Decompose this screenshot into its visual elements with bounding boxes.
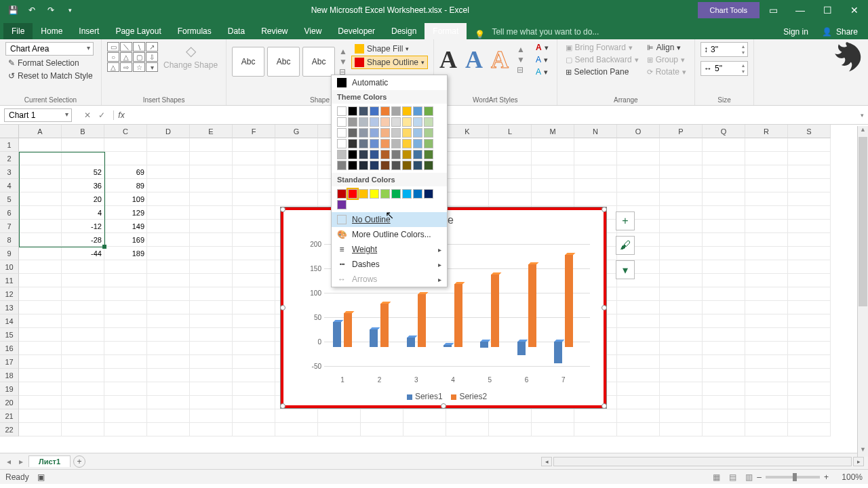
cell[interactable] [190,152,233,165]
cell[interactable] [446,152,489,165]
cell[interactable] [62,396,104,409]
cell[interactable] [446,423,489,436]
cell[interactable] [19,179,62,192]
tab-developer[interactable]: Developer [330,23,383,39]
cell[interactable] [147,138,190,152]
color-swatch[interactable] [348,189,357,199]
cell[interactable] [104,301,147,314]
wa-more-icon[interactable]: ⊟ [517,65,525,75]
cell[interactable] [19,342,62,355]
cell[interactable] [147,314,190,328]
cell[interactable] [489,152,532,165]
cell[interactable] [574,409,617,423]
cell[interactable]: -28 [62,233,104,247]
cell[interactable] [62,138,104,152]
cell[interactable] [147,396,190,409]
row-header[interactable]: 14 [0,314,19,328]
wordart-preset-3[interactable]: A [491,45,509,74]
cell[interactable] [233,409,275,423]
cell[interactable] [19,301,62,314]
sign-in-link[interactable]: Sign in [776,24,815,39]
col-header[interactable]: R [745,125,788,138]
color-swatch[interactable] [337,200,347,209]
cell[interactable] [147,328,190,342]
cell[interactable] [104,152,147,165]
cell[interactable] [788,233,831,247]
cell[interactable] [703,396,745,409]
cell[interactable] [532,152,574,165]
text-fill-button[interactable]: A▾ [533,42,551,53]
cell[interactable] [532,409,574,423]
cell[interactable] [745,138,788,152]
cell[interactable] [703,355,745,369]
cell[interactable] [233,206,275,220]
cell[interactable] [233,369,275,382]
tab-format[interactable]: Format [425,23,467,39]
shape-star-icon[interactable]: ☆ [133,62,145,72]
outline-weight[interactable]: ≡Weight [332,242,447,257]
cell[interactable] [62,152,104,165]
cell[interactable] [532,138,574,152]
cell[interactable] [403,423,446,436]
cell[interactable] [745,220,788,233]
cell[interactable] [62,409,104,423]
row-header[interactable]: 1 [0,138,19,152]
cell[interactable] [788,165,831,179]
formula-input[interactable] [129,109,856,121]
cell[interactable] [788,287,831,301]
cell[interactable] [703,342,745,355]
tab-data[interactable]: Data [220,23,253,39]
cell[interactable] [19,314,62,328]
color-swatch[interactable] [337,139,347,148]
cell[interactable] [233,274,275,287]
row-header[interactable]: 7 [0,220,19,233]
zoom-level[interactable]: 100% [835,472,863,482]
col-header[interactable]: N [574,125,617,138]
cell[interactable] [233,220,275,233]
cell[interactable] [233,233,275,247]
col-header[interactable]: L [489,125,532,138]
cell[interactable] [660,179,703,192]
gallery-down-icon[interactable]: ▼ [339,57,347,66]
cell[interactable] [788,328,831,342]
cell[interactable] [62,342,104,355]
cell[interactable] [19,260,62,274]
redo-icon[interactable]: ↷ [45,5,57,15]
color-swatch[interactable] [391,106,401,116]
color-swatch[interactable] [402,150,412,159]
cell[interactable] [147,192,190,206]
color-swatch[interactable] [402,161,412,170]
tab-view[interactable]: View [296,23,330,39]
cell[interactable] [190,138,233,152]
enter-formula-icon[interactable]: ✓ [96,110,108,120]
color-swatch[interactable] [424,189,433,199]
cell[interactable] [745,342,788,355]
cell[interactable] [104,314,147,328]
cell[interactable] [446,165,489,179]
cell[interactable] [19,274,62,287]
chart-styles-button[interactable]: 🖌 [616,236,635,255]
cell[interactable] [703,287,745,301]
cell[interactable] [62,423,104,436]
cell[interactable]: 109 [104,192,147,206]
cell[interactable] [62,287,104,301]
cell[interactable] [147,287,190,301]
name-box[interactable]: Chart 1 [4,108,72,122]
col-header[interactable]: F [233,125,275,138]
cell[interactable] [617,369,660,382]
color-swatch[interactable] [348,139,357,148]
wa-up-icon[interactable]: ▲ [517,45,525,54]
shape-style-1[interactable]: Abc [232,47,264,77]
chart-legend[interactable]: Series1 Series2 [283,392,604,401]
tab-formulas[interactable]: Formulas [170,23,220,39]
shape-oval-icon[interactable]: ○ [107,52,119,62]
cell[interactable] [62,274,104,287]
cell[interactable] [233,314,275,328]
cell[interactable] [275,423,318,436]
cell[interactable] [788,152,831,165]
cell[interactable]: 52 [62,165,104,179]
cell[interactable] [745,192,788,206]
cell[interactable] [104,287,147,301]
cell[interactable] [190,165,233,179]
close-icon[interactable]: ✕ [841,5,868,16]
